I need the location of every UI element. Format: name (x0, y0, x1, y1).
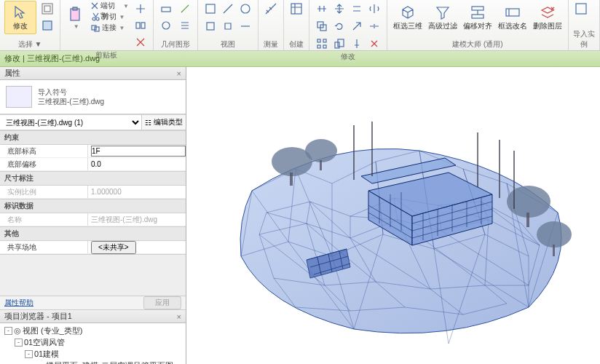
scale-button[interactable] (331, 36, 347, 52)
tool-button[interactable] (202, 18, 218, 34)
tree-node[interactable]: - 01建模 (3, 348, 183, 360)
properties-grid: 约束 底部标高 底部偏移 尺寸标注 实例比例 1.000000 标识数据 名称 … (0, 130, 186, 255)
tool-button[interactable] (158, 1, 174, 17)
tool-button[interactable] (220, 1, 236, 17)
ribbon-group-measure: 测量 (258, 0, 284, 50)
paste-icon (67, 6, 84, 23)
svg-point-14 (241, 4, 250, 13)
svg-rect-2 (43, 21, 52, 30)
tree-node[interactable]: -◎ 视图 (专业_类型) (3, 325, 183, 336)
tree-node-label: 视图 (专业_类型) (23, 325, 83, 336)
align-icon (469, 4, 486, 21)
context-tab-label: 修改 | 三维视图-(三维).dwg (4, 53, 100, 64)
property-input[interactable] (91, 146, 186, 157)
svg-point-31 (305, 139, 337, 162)
offset-align-button[interactable]: 偏移对齐 (462, 1, 494, 34)
pin-button[interactable] (349, 36, 365, 52)
move-button[interactable] (331, 1, 347, 17)
properties-help-link[interactable]: 属性帮助 (4, 298, 33, 308)
type-icon-button[interactable] (39, 1, 55, 17)
panel-title-text: 属性 (4, 68, 20, 79)
node-prefix-icon: ◎ (14, 326, 21, 336)
measure-button[interactable] (263, 1, 279, 17)
create-button[interactable] (288, 1, 304, 17)
svg-rect-27 (506, 9, 519, 16)
tool-button[interactable] (237, 1, 253, 17)
svg-rect-9 (136, 23, 140, 28)
delete-button[interactable] (366, 36, 382, 52)
svg-rect-30 (290, 173, 293, 186)
property-input[interactable] (91, 159, 186, 170)
svg-rect-19 (317, 39, 320, 42)
close-icon[interactable]: × (177, 69, 181, 78)
copy-button[interactable] (314, 18, 330, 34)
import-instance-button[interactable] (573, 1, 589, 17)
scissors-icon (90, 1, 99, 11)
ribbon-group-master: 框选三维 高级过滤 偏移对齐 框选改名 删除图层 建模大师 (通用) (387, 0, 569, 50)
expand-icon[interactable]: - (15, 339, 23, 347)
apply-button[interactable]: 应用 (143, 296, 181, 309)
svg-rect-11 (162, 7, 170, 12)
type-thumbnail-icon (6, 86, 32, 108)
align-button[interactable] (314, 1, 330, 17)
grid-icon: ☷ (145, 119, 151, 127)
advanced-filter-button[interactable]: 高级过滤 (427, 1, 459, 34)
expand-icon[interactable]: - (25, 350, 33, 358)
tool-button[interactable] (177, 1, 193, 17)
delete-layer-icon (539, 4, 556, 21)
cope-icon-button[interactable] (133, 1, 149, 17)
join-button[interactable]: 连接▼ (90, 23, 130, 33)
type-selector[interactable]: 导入符号 三维视图-(三维).dwg (0, 80, 186, 114)
group-label: 几何图形 (158, 39, 193, 50)
cube-icon (399, 4, 417, 21)
property-row: 实例比例 1.000000 (0, 186, 186, 199)
tree-node[interactable]: - 01空调风管 (3, 336, 183, 348)
split-icon-button[interactable] (133, 17, 149, 33)
expand-icon[interactable]: - (4, 327, 12, 335)
rotate-button[interactable] (331, 18, 347, 34)
property-name: 共享场地 (0, 241, 87, 253)
tree-node-label: 01空调风管 (24, 337, 65, 348)
tool-button[interactable] (220, 18, 236, 34)
split-button[interactable] (366, 18, 382, 34)
box-rename-button[interactable]: 框选改名 (497, 1, 529, 34)
instance-select[interactable]: 三维视图-(三维).dwg (1) (0, 115, 141, 130)
instance-icon-button[interactable] (39, 17, 55, 33)
mirror-button[interactable] (366, 1, 382, 17)
tool-button[interactable] (158, 17, 174, 33)
group-label: 创建 (288, 39, 304, 50)
modify-button[interactable]: 修改 (4, 1, 36, 34)
shared-site-button[interactable]: <未共享> (91, 241, 136, 254)
section-header: 标识数据 (0, 199, 186, 213)
close-icon[interactable]: × (177, 312, 181, 321)
cursor-icon (12, 4, 29, 21)
left-panel: 属性 × 导入符号 三维视图-(三维).dwg 三维视图-(三维).dwg (1… (0, 67, 186, 364)
ribbon-group-create: 创建 (284, 0, 309, 50)
property-row: 名称 三维视图-(三维).dwg (0, 213, 186, 226)
tool-button[interactable] (202, 1, 218, 17)
property-name: 底部偏移 (0, 158, 87, 170)
ribbon-group-clipboard: ▼ 连接端切割▼ 剪切▼ 连接▼ 剪贴板 (60, 0, 154, 50)
array-button[interactable] (314, 36, 330, 52)
group-label: 视图 (202, 39, 253, 50)
paste-button[interactable]: ▼ (65, 1, 87, 34)
section-header: 其他 (0, 226, 186, 241)
tree-node[interactable]: 楼层平面: 建模-二层空调风管平面图 (3, 360, 183, 364)
tool-button[interactable] (177, 17, 193, 33)
edit-type-button[interactable]: ☷ 编辑类型 (141, 115, 186, 130)
tool-button[interactable] (237, 18, 253, 34)
box-select-3d-button[interactable]: 框选三维 (392, 1, 424, 34)
delete-layer-button[interactable]: 删除图层 (532, 1, 564, 34)
ribbon-group-import: 导入实例 (569, 0, 600, 50)
offset-button[interactable] (349, 1, 365, 17)
trim-button[interactable] (349, 18, 365, 34)
cut-button[interactable]: 剪切▼ (90, 12, 130, 22)
cut-end-button[interactable]: 连接端切割▼ (90, 1, 130, 11)
demolish-icon-button[interactable] (133, 34, 149, 50)
type-name: 三维视图-(三维).dwg (38, 97, 104, 106)
3d-viewport[interactable] (186, 67, 600, 364)
context-tab-bar: 修改 | 三维视图-(三维).dwg (0, 51, 600, 67)
ribbon-toolbar: 修改 选择 ▼ ▼ 连接端切割▼ 剪切▼ 连接▼ (0, 0, 600, 51)
group-label: 测量 (263, 39, 279, 50)
svg-point-35 (537, 221, 572, 248)
